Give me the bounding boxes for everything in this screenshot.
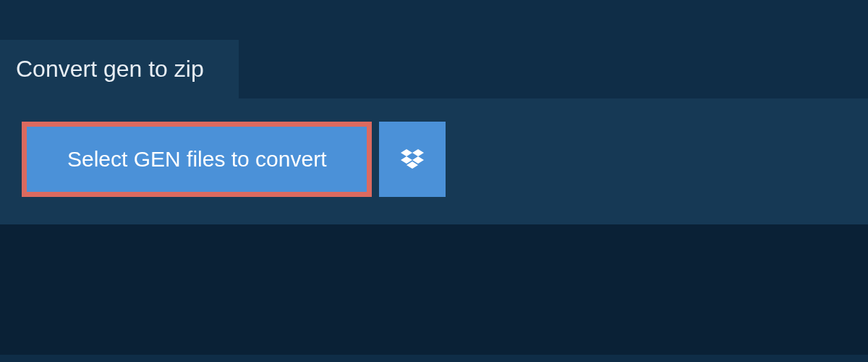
tab-header: Convert gen to zip bbox=[0, 40, 239, 98]
dropbox-button[interactable] bbox=[379, 122, 446, 197]
bottom-area bbox=[0, 224, 868, 355]
conversion-panel: Select GEN files to convert bbox=[0, 98, 868, 224]
select-button-highlight: Select GEN files to convert bbox=[22, 122, 372, 197]
tab-title: Convert gen to zip bbox=[16, 56, 204, 82]
select-files-button[interactable]: Select GEN files to convert bbox=[27, 127, 367, 192]
button-row: Select GEN files to convert bbox=[22, 122, 846, 197]
dropbox-icon bbox=[401, 149, 424, 169]
